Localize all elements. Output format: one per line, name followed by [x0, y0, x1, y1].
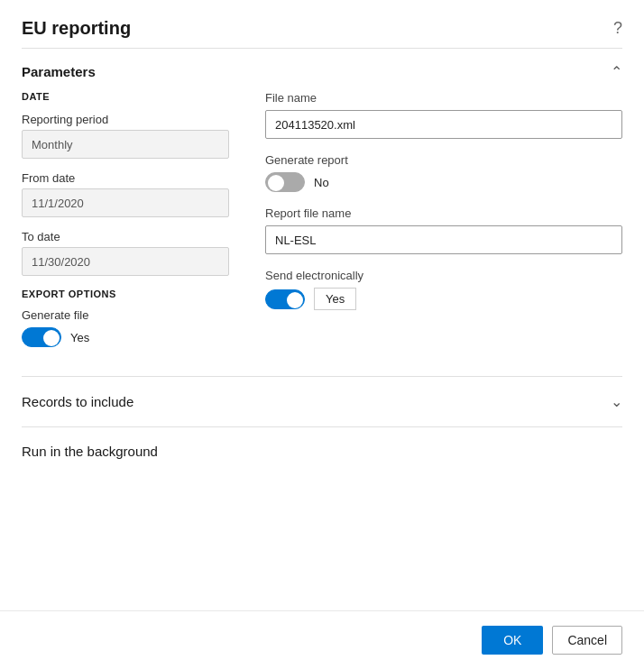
generate-file-toggle-row: Yes	[22, 327, 229, 347]
dialog-footer: OK Cancel	[0, 610, 644, 669]
report-file-name-input[interactable]	[265, 225, 622, 254]
export-options-label: EXPORT OPTIONS	[22, 289, 229, 299]
file-name-input[interactable]	[265, 110, 622, 139]
file-name-label: File name	[265, 91, 622, 105]
parameters-title: Parameters	[22, 64, 96, 79]
from-date-label: From date	[22, 171, 229, 185]
date-group-label: DATE	[22, 91, 229, 102]
right-column: File name Generate report No	[265, 91, 622, 347]
generate-report-field: Generate report No	[265, 153, 622, 192]
send-electronically-field: Send electronically Yes	[265, 269, 622, 310]
parameters-content: DATE Reporting period From date To date	[22, 91, 622, 369]
report-file-name-label: Report file name	[265, 206, 622, 220]
help-icon[interactable]: ?	[613, 19, 622, 38]
parameters-section: Parameters ⌃ DATE Reporting period From …	[22, 48, 622, 369]
background-section: Run in the background	[22, 426, 622, 475]
file-name-field: File name	[265, 91, 622, 139]
to-date-input[interactable]	[22, 247, 229, 276]
background-section-header[interactable]: Run in the background	[22, 427, 622, 475]
export-options-section: EXPORT OPTIONS Generate file Yes	[22, 289, 229, 347]
generate-report-value: No	[314, 176, 329, 189]
send-electronically-label: Send electronically	[265, 269, 622, 282]
generate-report-label: Generate report	[265, 153, 622, 167]
report-file-name-field: Report file name	[265, 206, 622, 254]
eu-reporting-dialog: EU reporting ? Parameters ⌃ DATE Reporti…	[0, 0, 644, 669]
from-date-field: From date	[22, 171, 229, 217]
dialog-header: EU reporting ?	[0, 0, 644, 48]
generate-file-label: Generate file	[22, 308, 229, 322]
records-title: Records to include	[22, 394, 133, 409]
from-date-input[interactable]	[22, 188, 229, 217]
parameters-section-header[interactable]: Parameters ⌃	[22, 49, 622, 91]
reporting-period-label: Reporting period	[22, 113, 229, 126]
records-section-header[interactable]: Records to include ⌄	[22, 377, 622, 426]
send-electronically-toggle[interactable]	[265, 289, 305, 309]
cancel-button[interactable]: Cancel	[552, 626, 622, 655]
generate-file-value: Yes	[70, 331, 89, 344]
generate-report-toggle-row: No	[265, 172, 622, 192]
reporting-period-input[interactable]	[22, 130, 229, 159]
records-section: Records to include ⌄	[22, 376, 622, 426]
parameters-chevron-up-icon: ⌃	[611, 63, 622, 80]
to-date-label: To date	[22, 230, 229, 243]
send-electronically-toggle-row: Yes	[265, 288, 622, 310]
generate-file-toggle[interactable]	[22, 327, 61, 347]
generate-report-toggle[interactable]	[265, 172, 305, 192]
dialog-title: EU reporting	[22, 18, 131, 39]
records-chevron-down-icon: ⌄	[611, 393, 622, 410]
ok-button[interactable]: OK	[482, 626, 543, 655]
reporting-period-field: Reporting period	[22, 113, 229, 159]
background-title: Run in the background	[22, 444, 158, 459]
send-electronically-value: Yes	[314, 288, 356, 310]
date-column: DATE Reporting period From date To date	[22, 91, 229, 347]
to-date-field: To date	[22, 230, 229, 276]
dialog-body: Parameters ⌃ DATE Reporting period From …	[0, 48, 644, 610]
